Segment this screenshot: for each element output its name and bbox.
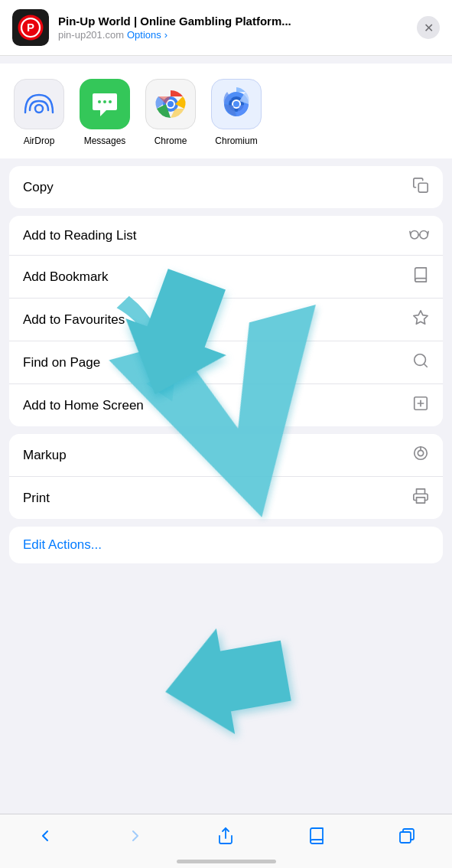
arrow-bottom [156,618,295,745]
tabs-button[interactable] [385,822,428,850]
copy-label: Copy [23,180,54,195]
share-button[interactable] [204,822,247,850]
menu-section-tools: Markup Print [9,434,443,519]
svg-rect-14 [418,183,428,192]
forward-button[interactable] [114,822,157,850]
bookmarks-button[interactable] [295,822,338,850]
menu-section-copy: Copy [9,166,443,208]
share-item-chromium[interactable]: Chromium [210,79,263,146]
copy-icon [412,177,429,197]
chromium-label: Chromium [215,135,257,146]
share-item-chrome[interactable]: Chrome [144,79,197,146]
svg-point-3 [35,105,43,113]
site-info: Pin-Up World | Online Gambling Platform.… [58,15,408,41]
back-button[interactable] [24,822,67,850]
markup-icon [412,445,429,465]
menu-item-find-on-page[interactable]: Find on Page [9,341,443,384]
markup-label: Markup [23,448,67,463]
glasses-icon [409,227,429,244]
menu-item-print[interactable]: Print [9,477,443,519]
svg-point-5 [103,100,106,103]
edit-actions-label: Edit Actions... [23,537,102,552]
menu-item-bookmark[interactable]: Add Bookmark [9,256,443,299]
options-button[interactable]: Options [127,29,161,41]
printer-icon [412,488,429,508]
airdrop-label: AirDrop [24,135,55,146]
book-icon [412,266,429,287]
site-favicon: P [12,9,49,46]
menu-item-copy[interactable]: Copy [9,166,443,208]
star-icon [412,309,429,330]
svg-point-9 [167,101,174,107]
options-chevron: › [164,29,167,41]
plus-square-icon [412,395,429,416]
svg-rect-26 [417,498,425,503]
share-header: P Pin-Up World | Online Gambling Platfor… [0,0,452,56]
find-on-page-label: Find on Page [23,355,100,370]
messages-icon [80,79,130,129]
bookmark-label: Add Bookmark [23,269,109,285]
chrome-label: Chrome [154,135,187,146]
svg-point-24 [418,450,423,455]
menu-item-favourites[interactable]: Add to Favourites [9,299,443,341]
menu-section-main: Add to Reading List Add Bookmark Add to … [9,216,443,426]
menu-item-home-screen[interactable]: Add to Home Screen [9,384,443,426]
home-indicator [177,860,276,863]
menu-item-markup[interactable]: Markup [9,434,443,477]
page-title: Pin-Up World | Online Gambling Platform.… [58,15,408,28]
chromium-icon [211,79,262,129]
svg-point-4 [98,100,101,103]
home-screen-label: Add to Home Screen [23,398,144,413]
svg-point-15 [411,231,418,239]
edit-actions-section[interactable]: Edit Actions... [9,527,443,563]
svg-point-16 [420,231,428,239]
chrome-icon [145,79,196,129]
share-item-messages[interactable]: Messages [78,79,132,146]
messages-label: Messages [84,135,126,146]
svg-point-6 [109,100,112,103]
print-label: Print [23,491,50,506]
svg-rect-28 [400,832,411,843]
share-row: AirDrop Messages [0,64,452,158]
menu-item-reading-list[interactable]: Add to Reading List [9,216,443,256]
close-button[interactable]: ✕ [417,16,440,39]
airdrop-icon [14,79,64,129]
share-item-airdrop[interactable]: AirDrop [12,79,66,146]
page-url: pin-up201.com [58,29,124,41]
favourites-label: Add to Favourites [23,312,125,328]
svg-point-13 [233,101,239,107]
svg-text:P: P [27,21,34,34]
svg-line-19 [424,364,427,367]
reading-list-label: Add to Reading List [23,228,136,243]
svg-marker-17 [414,311,428,324]
search-icon [412,352,429,373]
